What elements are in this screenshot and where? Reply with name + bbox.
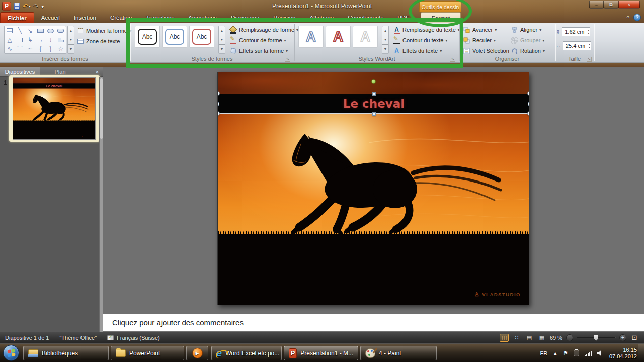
taskbar-button-presentation1[interactable]: P Présentation1 - M...	[284, 346, 358, 360]
dialog-launcher-icon[interactable]: ↘	[587, 57, 592, 62]
dialog-launcher-icon[interactable]: ↘	[285, 57, 290, 62]
view-reading-button[interactable]: ▤	[525, 334, 534, 342]
network-icon[interactable]	[585, 350, 592, 356]
shape-fill-button[interactable]: Remplissage de forme ▾	[229, 25, 298, 34]
selection-handle[interactable]	[527, 91, 529, 96]
view-slide-sorter-button[interactable]: ∷	[512, 334, 521, 342]
save-button[interactable]	[14, 3, 20, 10]
shapes-gallery-scrollbar[interactable]: ▴▾▼	[67, 26, 74, 54]
tab-revision[interactable]: Révision	[266, 12, 302, 23]
arc-shape-icon[interactable]: ⌒	[15, 44, 25, 53]
slide-thumbnail[interactable]: Le cheval	[9, 75, 100, 142]
customize-qat-button[interactable]: ▾	[41, 4, 44, 9]
tab-format[interactable]: Format	[421, 12, 461, 23]
selection-pane-button[interactable]: Volet Sélection	[463, 46, 509, 55]
comments-pane[interactable]: Cliquez pour ajouter des commentaires	[103, 314, 644, 331]
text-outline-button[interactable]: Contour du texte ▾	[393, 36, 447, 45]
taskbar-button-powerpoint-folder[interactable]: PowerPoint	[111, 346, 184, 360]
oval-shape-icon[interactable]	[45, 26, 55, 35]
volume-icon[interactable]	[597, 350, 604, 356]
show-desktop-button[interactable]	[638, 344, 644, 362]
text-box-button[interactable]: Zone de texte	[76, 37, 120, 46]
right-arrow-shape-icon[interactable]: →	[35, 35, 45, 44]
scribble-shape-icon[interactable]: ∿	[5, 44, 15, 53]
left-brace-shape-icon[interactable]: {	[35, 44, 45, 53]
text-fill-button[interactable]: A Remplissage du texte ▾	[393, 25, 460, 34]
elbow-connector-icon[interactable]	[15, 35, 25, 44]
shape-effects-button[interactable]: Effets sur la forme ▾	[229, 46, 288, 55]
rectangle-shape-icon[interactable]	[35, 26, 45, 35]
shape-style-thumb[interactable]: Abc	[135, 26, 160, 48]
tab-affichage[interactable]: Affichage	[302, 12, 341, 23]
shape-style-scrollbar[interactable]: ▴▾▼	[218, 26, 225, 54]
language-badge[interactable]: FR	[540, 350, 547, 356]
taskbar-button-bibliotheques[interactable]: Bibliothèques	[23, 346, 109, 360]
start-button[interactable]	[3, 345, 19, 361]
chevron-down-icon[interactable]: ▾	[29, 4, 31, 9]
close-button[interactable]: ×	[618, 1, 640, 9]
down-arrow-shape-icon[interactable]: ↓	[45, 35, 55, 44]
shape-style-thumb[interactable]: Abc	[189, 26, 214, 48]
taskbar-button-paint[interactable]: 4 - Paint	[360, 346, 437, 360]
minimize-button[interactable]: –	[589, 1, 604, 9]
line-shape-icon[interactable]: ╲	[15, 26, 25, 35]
collapse-ribbon-icon[interactable]: ^	[627, 15, 629, 21]
selection-handle[interactable]	[372, 92, 376, 96]
text-effects-button[interactable]: A Effets du texte ▾	[393, 46, 442, 55]
slide-title-box[interactable]: Le cheval	[13, 83, 96, 89]
panel-scrollbar[interactable]	[99, 77, 103, 332]
tab-complements[interactable]: Compléments	[341, 12, 390, 23]
shape-height-input[interactable]: 1.62 cm ▴▾	[562, 27, 590, 36]
corner-shape-icon[interactable]	[56, 35, 66, 44]
selection-handle[interactable]	[217, 102, 219, 106]
shape-outline-button[interactable]: Contour de forme ▾	[229, 36, 286, 45]
taskbar-button-media-player[interactable]: ▶	[186, 346, 208, 360]
action-center-flag-icon[interactable]: ⚑	[563, 350, 568, 356]
device-icon[interactable]	[574, 350, 579, 356]
tray-clock[interactable]: 16:15 07.04.2012	[609, 347, 637, 360]
zoom-level[interactable]: 69 %	[550, 335, 562, 341]
rounded-rectangle-shape-icon[interactable]	[56, 26, 66, 35]
elbow-arrow-connector-icon[interactable]: ↳	[25, 35, 35, 44]
help-icon[interactable]: ?	[633, 14, 641, 21]
tab-transitions[interactable]: Transitions	[139, 12, 181, 23]
text-box-shape-icon[interactable]	[5, 26, 15, 35]
selection-handle[interactable]	[528, 102, 529, 106]
modify-shape-button[interactable]: Modifier la forme ▾	[76, 26, 131, 35]
rotation-handle[interactable]	[371, 79, 376, 84]
star-shape-icon[interactable]: ☆	[56, 44, 66, 53]
view-slideshow-button[interactable]: ▦	[537, 334, 546, 342]
zoom-in-button[interactable]: +	[619, 334, 626, 341]
tab-pdf[interactable]: PDF	[390, 12, 416, 23]
view-normal-button[interactable]: ◫	[500, 334, 509, 342]
dialog-launcher-icon[interactable]: ↘	[450, 57, 455, 62]
redo-button[interactable]: ↷	[33, 3, 39, 10]
align-button[interactable]: Aligner ▾	[511, 25, 541, 34]
theme-indicator[interactable]: "Thème Office"	[54, 334, 102, 341]
shape-width-input[interactable]: 25.4 cm ▴▾	[563, 41, 591, 50]
tab-animations[interactable]: Animations	[181, 12, 224, 23]
group-button[interactable]: Grouper ▾	[511, 36, 544, 45]
curve-shape-icon[interactable]: ∼	[25, 44, 35, 53]
fit-to-window-button[interactable]: ⊡	[630, 334, 639, 342]
slide-canvas[interactable]: Le cheval	[217, 72, 529, 305]
zoom-slider[interactable]	[577, 337, 616, 338]
language-indicator[interactable]: ✓ Français (Suisse)	[102, 334, 165, 341]
hidden-icons-icon[interactable]: ▲	[553, 351, 557, 356]
restore-button[interactable]: ⧉	[604, 1, 618, 9]
triangle-shape-icon[interactable]: △	[5, 35, 15, 44]
taskbar-button-internet-explorer[interactable]: e Word Excel etc po...	[211, 346, 282, 360]
tab-creation[interactable]: Création	[103, 12, 139, 23]
undo-button[interactable]: ↶▾	[23, 3, 31, 10]
bring-forward-button[interactable]: Avancer ▾	[463, 25, 497, 34]
tab-diaporama[interactable]: Diaporama	[224, 12, 266, 23]
wordart-thumb[interactable]: A	[326, 26, 351, 48]
tab-insertion[interactable]: Insertion	[67, 12, 103, 23]
shape-style-thumb[interactable]: Abc	[162, 26, 187, 48]
arrow-shape-icon[interactable]: ↘	[25, 26, 35, 35]
rotate-button[interactable]: Rotation ▾	[511, 46, 545, 55]
send-backward-button[interactable]: Reculer ▾	[463, 36, 496, 45]
wordart-thumb[interactable]: A	[298, 26, 324, 48]
right-brace-shape-icon[interactable]: }	[45, 44, 55, 53]
wordart-thumb[interactable]: A	[353, 26, 378, 48]
